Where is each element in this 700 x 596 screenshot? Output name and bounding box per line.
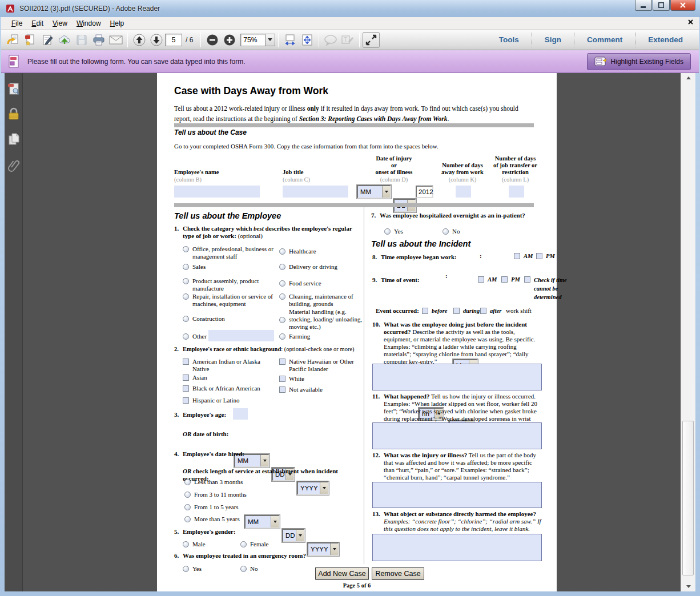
checkbox-icon[interactable] [514, 253, 520, 259]
job-type-option[interactable]: Healthcare [279, 248, 362, 255]
chevron-down-icon[interactable] [382, 186, 390, 198]
vertical-scrollbar[interactable] [681, 73, 695, 591]
job-type-option[interactable]: Office, professional, business or manage… [183, 245, 285, 260]
job-title-field[interactable] [283, 186, 348, 198]
radio-icon[interactable] [183, 264, 189, 270]
checkbox-icon[interactable] [183, 374, 189, 381]
checkbox-icon[interactable] [536, 253, 542, 259]
er-yes-option[interactable]: Yes [183, 565, 202, 573]
q11-answer-textarea[interactable] [372, 422, 542, 449]
service-length-option[interactable]: More than 5 years [184, 516, 299, 523]
event-after-option[interactable]: after [480, 307, 501, 315]
radio-icon[interactable] [183, 293, 189, 300]
radio-icon[interactable] [183, 246, 189, 252]
injury-month-select[interactable]: MM [357, 185, 391, 199]
event-pm-option[interactable]: PM [501, 276, 520, 283]
race-option[interactable]: American Indian or Alaska Native [183, 358, 274, 373]
checkbox-icon[interactable] [480, 308, 486, 314]
close-button[interactable] [670, 0, 695, 11]
save-button[interactable] [73, 32, 90, 48]
chevron-down-icon[interactable] [260, 455, 268, 466]
email-button[interactable] [107, 32, 124, 48]
service-length-option[interactable]: From 1 to 5 years [184, 504, 299, 511]
job-type-option[interactable]: Construction [183, 315, 285, 323]
checkbox-icon[interactable] [478, 276, 484, 283]
menu-edit[interactable]: Edit [27, 18, 48, 29]
radio-icon[interactable] [279, 264, 285, 270]
job-type-option[interactable]: Product assembly, product manufacture [183, 277, 280, 292]
chevron-down-icon[interactable] [320, 482, 328, 494]
menu-view[interactable]: View [48, 18, 72, 29]
comment-panel-button[interactable]: Comment [574, 33, 635, 47]
checkbox-icon[interactable] [422, 308, 428, 314]
hired-day-select[interactable]: DD [282, 529, 305, 542]
days-away-field[interactable] [456, 186, 471, 198]
create-pdf-button[interactable] [22, 32, 39, 48]
radio-icon[interactable] [183, 541, 189, 547]
q13-answer-textarea[interactable] [372, 534, 542, 561]
race-option[interactable]: Black or African American [183, 385, 280, 392]
employee-name-field[interactable] [174, 186, 260, 198]
job-type-option[interactable]: Food service [279, 280, 362, 287]
job-type-option[interactable]: Delivery or driving [279, 263, 362, 271]
chevron-down-icon[interactable] [330, 543, 338, 555]
days-transfer-field[interactable] [509, 186, 524, 198]
radio-icon[interactable] [279, 280, 285, 287]
remove-case-button[interactable]: Remove Case [372, 567, 424, 579]
checkbox-icon[interactable] [453, 308, 460, 314]
radio-icon[interactable] [183, 566, 189, 572]
print-button[interactable] [90, 32, 107, 48]
scroll-down-button[interactable] [681, 582, 695, 591]
annotate-text-button[interactable]: T [339, 32, 356, 48]
page-number-input[interactable]: 5 [165, 34, 182, 46]
other-job-type-field[interactable] [208, 330, 274, 341]
service-length-option[interactable]: From 3 to 11 months [184, 491, 299, 498]
send-cloud-button[interactable] [56, 32, 73, 48]
pages-panel-button[interactable] [7, 132, 21, 146]
gender-female-option[interactable]: Female [240, 541, 268, 548]
job-type-option[interactable]: Material handling (e.g. stocking, loadin… [279, 308, 364, 331]
page-thumbnails-button[interactable] [7, 82, 21, 96]
radio-icon[interactable] [183, 278, 189, 284]
checkbox-icon[interactable] [183, 359, 189, 365]
job-type-option[interactable]: Sales [183, 263, 285, 271]
menu-file[interactable]: File [7, 18, 27, 29]
zoom-in-button[interactable] [221, 32, 238, 48]
menubar-close-icon[interactable] [688, 19, 693, 25]
next-page-button[interactable] [148, 32, 165, 48]
open-button[interactable] [5, 32, 22, 48]
chevron-down-icon[interactable] [296, 530, 304, 541]
hospitalized-no-option[interactable]: No [442, 228, 460, 235]
radio-icon[interactable] [184, 479, 191, 485]
q10-answer-textarea[interactable] [372, 364, 542, 390]
began-work-am-option[interactable]: AM [514, 252, 533, 260]
hospitalized-yes-option[interactable]: Yes [384, 228, 403, 235]
time-cannot-be-determined-option[interactable]: Check if time cannot be determined [524, 276, 573, 301]
race-option[interactable]: Asian [183, 374, 274, 381]
employee-age-field[interactable] [233, 408, 248, 420]
q12-answer-textarea[interactable] [372, 482, 542, 508]
race-option[interactable]: Hispanic or Latino [183, 397, 274, 404]
sign-panel-button[interactable]: Sign [532, 33, 574, 47]
birth-year-select[interactable]: YYYY [297, 481, 329, 495]
menu-window[interactable]: Window [72, 18, 106, 29]
radio-icon[interactable] [279, 333, 285, 340]
checkbox-icon[interactable] [279, 359, 285, 365]
injury-year-field[interactable]: 2012 [416, 186, 433, 198]
extended-panel-button[interactable]: Extended [635, 33, 695, 47]
radio-icon[interactable] [240, 566, 247, 572]
race-option[interactable]: Not available [279, 386, 365, 393]
radio-icon[interactable] [184, 516, 191, 522]
radio-icon[interactable] [442, 228, 449, 235]
scroll-up-button[interactable] [681, 73, 695, 83]
zoom-dropdown-button[interactable] [265, 34, 275, 46]
comment-bubble-button[interactable] [322, 32, 339, 48]
menu-help[interactable]: Help [106, 18, 129, 29]
radio-icon[interactable] [184, 492, 191, 498]
radio-icon[interactable] [183, 316, 189, 322]
attachments-button[interactable] [7, 158, 21, 171]
add-new-case-button[interactable]: Add New Case [315, 567, 369, 579]
maximize-button[interactable] [653, 0, 670, 11]
radio-icon[interactable] [240, 541, 247, 547]
event-during-option[interactable]: during [453, 307, 480, 315]
